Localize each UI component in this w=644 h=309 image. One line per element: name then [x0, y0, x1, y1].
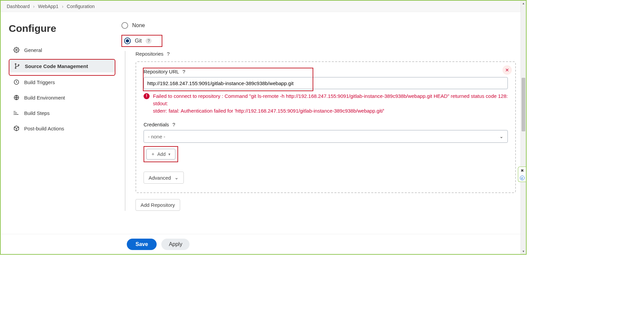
help-icon[interactable]: ?	[146, 38, 152, 44]
svg-point-2	[15, 68, 16, 69]
svg-point-1	[15, 64, 16, 65]
scm-option-git[interactable]: Git ?	[124, 38, 152, 44]
chevron-right-icon: ›	[33, 4, 35, 9]
sidebar-item-build-env[interactable]: Build Environment	[9, 91, 115, 104]
apply-button[interactable]: Apply	[161, 239, 190, 250]
advanced-button[interactable]: Advanced ⌄	[144, 172, 184, 184]
svg-point-7	[14, 113, 14, 113]
breadcrumb-webapp1[interactable]: WebApp1	[38, 4, 58, 9]
chevron-down-icon: ⌄	[174, 175, 179, 181]
sidebar-item-build-triggers[interactable]: Build Triggers	[9, 76, 115, 88]
error-line: stdout:	[153, 100, 508, 107]
credentials-label: Credentials	[144, 122, 169, 127]
repo-url-label: Repository URL	[144, 69, 179, 74]
scm-option-label: None	[132, 22, 145, 28]
save-button[interactable]: Save	[127, 239, 157, 250]
repositories-label: Repositories	[136, 51, 163, 57]
error-icon: !	[144, 93, 150, 99]
branch-icon	[14, 63, 20, 69]
gear-icon	[13, 47, 19, 53]
radio-selected-icon	[124, 38, 131, 44]
add-repository-label: Add Repository	[141, 202, 175, 208]
sidebar-item-build-steps[interactable]: Build Steps	[9, 107, 115, 119]
scroll-down-icon[interactable]: ▾	[521, 249, 526, 254]
svg-point-6	[14, 111, 14, 112]
close-icon: ✕	[505, 67, 509, 73]
globe-icon	[13, 95, 19, 101]
sidebar-item-label: Post-build Actions	[24, 126, 64, 131]
footer-actions: Save Apply	[1, 234, 521, 254]
side-widget[interactable]: ✖ e	[518, 167, 526, 182]
breadcrumb: Dashboard › WebApp1 › Configuration	[1, 1, 526, 12]
svg-point-3	[18, 65, 19, 66]
add-label: Add	[157, 151, 166, 157]
breadcrumb-configuration[interactable]: Configuration	[67, 4, 95, 9]
help-icon[interactable]: ?	[172, 122, 175, 127]
credentials-select[interactable]: - none - ⌄	[144, 130, 508, 143]
close-icon[interactable]: ✖	[521, 168, 524, 173]
sidebar-item-post-build[interactable]: Post-build Actions	[9, 122, 115, 135]
package-icon	[13, 125, 19, 131]
sidebar-item-general[interactable]: General	[9, 44, 115, 56]
help-icon[interactable]: ?	[182, 69, 185, 74]
scrollbar-thumb[interactable]	[522, 78, 525, 131]
error-line: Failed to connect to repository : Comman…	[153, 92, 508, 100]
svg-point-8	[14, 114, 14, 115]
scroll-up-icon[interactable]: ▴	[521, 1, 526, 6]
scm-option-none[interactable]: None	[121, 22, 516, 29]
radio-icon	[121, 22, 128, 29]
repo-error-message: ! Failed to connect to repository : Comm…	[144, 92, 508, 114]
add-credentials-button[interactable]: ＋ Add ▼	[146, 149, 175, 160]
sidebar-item-label: Build Steps	[24, 110, 50, 116]
chevron-down-icon: ▼	[168, 152, 171, 156]
steps-icon	[13, 110, 19, 116]
advanced-label: Advanced	[149, 175, 171, 181]
repository-panel: ✕ Repository URL ? ! Failed to connect t…	[136, 61, 516, 193]
sidebar-item-label: Build Environment	[24, 95, 65, 101]
sidebar-item-label: General	[24, 47, 42, 53]
credentials-value: - none -	[148, 134, 165, 139]
breadcrumb-dashboard[interactable]: Dashboard	[7, 4, 30, 9]
add-repository-button[interactable]: Add Repository	[136, 199, 180, 211]
chevron-down-icon: ⌄	[499, 134, 503, 139]
sidebar-item-scm[interactable]: Source Code Management	[9, 60, 115, 72]
svg-point-0	[16, 49, 17, 51]
scm-option-label: Git	[135, 38, 142, 44]
remove-repo-button[interactable]: ✕	[502, 65, 512, 75]
page-title: Configure	[9, 23, 115, 34]
help-icon[interactable]: ?	[167, 51, 169, 57]
sidebar-item-label: Build Triggers	[24, 79, 55, 85]
sidebar-item-label: Source Code Management	[25, 63, 88, 69]
widget-e-icon: e	[520, 176, 525, 180]
vertical-scrollbar[interactable]: ▴ ▾	[521, 1, 526, 254]
repo-url-input[interactable]	[144, 77, 508, 89]
error-line: stderr: fatal: Authentication failed for…	[153, 107, 508, 115]
clock-icon	[13, 79, 19, 85]
chevron-right-icon: ›	[62, 4, 63, 9]
plus-icon: ＋	[151, 151, 155, 157]
